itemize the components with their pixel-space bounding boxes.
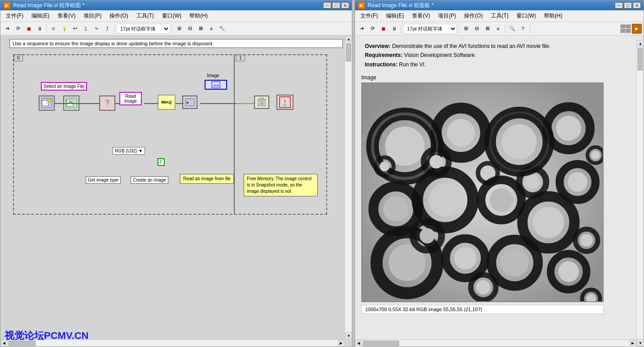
font-selector-right[interactable]: 17pt 对话框字体 xyxy=(403,24,457,34)
wire-3 xyxy=(144,103,158,104)
right-window-icon: ▶ xyxy=(358,2,365,9)
select-image-file-label: Select an Image File xyxy=(41,82,87,91)
node-after-imaq[interactable]: ▶ xyxy=(182,95,197,109)
left-window-controls: ─ □ ✕ xyxy=(323,2,349,9)
menu-view-left[interactable]: 查看(V) xyxy=(54,11,79,21)
run-arrow-btn[interactable]: ➜ xyxy=(2,24,12,34)
left-vscrollbar[interactable]: ▲ ▼ xyxy=(345,35,352,339)
menu-tools-right[interactable]: 工具(T) xyxy=(487,11,512,21)
step-into-btn[interactable]: ⤵ xyxy=(81,24,91,34)
svg-text:▶: ▶ xyxy=(360,4,363,8)
menu-edit-right[interactable]: 编辑(E) xyxy=(382,11,407,21)
svg-text:err: err xyxy=(283,104,287,107)
right-hscroll-left[interactable]: ◀ xyxy=(355,340,362,347)
vscroll-thumb[interactable] xyxy=(346,43,351,61)
right-minimize-btn[interactable]: ─ xyxy=(615,2,623,9)
wire-2 xyxy=(115,103,120,104)
left-menubar: 文件(F) 编辑(E) 查看(V) 项目(P) 操作(O) 工具(T) 窗口(W… xyxy=(0,10,352,22)
right-order-btn[interactable]: ≡ xyxy=(493,24,503,34)
right-hscroll-thumb[interactable] xyxy=(363,341,399,346)
step-over-btn[interactable]: ⤷ xyxy=(92,24,101,34)
svg-text:▶: ▶ xyxy=(5,4,9,8)
left-window: ▶ Read Image File.vi 程序框图 * ─ □ ✕ 文件(F) … xyxy=(0,0,352,347)
right-toolbar-extra: ▶ xyxy=(620,24,642,34)
pause-btn[interactable]: ⏸ xyxy=(35,24,44,34)
close-button[interactable]: ✕ xyxy=(341,2,349,9)
zoom-in-btn[interactable]: 🔍 xyxy=(507,24,517,34)
right-vscrollbar[interactable]: ▲ ▼ xyxy=(636,40,644,347)
clean-btn[interactable]: 🔧 xyxy=(217,24,227,34)
image-display xyxy=(361,82,604,302)
menu-window-left[interactable]: 窗口(W) xyxy=(158,11,185,21)
right-pause-btn[interactable]: ⏸ xyxy=(389,24,399,34)
debug-btn[interactable]: ⊙ xyxy=(48,24,58,34)
right-restore-btn[interactable]: □ xyxy=(624,2,632,9)
wire-5 xyxy=(200,103,236,104)
right-dist-btn[interactable]: ⊟ xyxy=(472,24,482,34)
frame-step-tab-1: 1 xyxy=(236,55,245,61)
menu-window-right[interactable]: 窗口(W) xyxy=(513,11,539,21)
right-resize-btn[interactable]: ⊠ xyxy=(482,24,492,34)
right-scroll-up[interactable]: ▲ xyxy=(637,40,644,47)
rgb-dropdown[interactable]: RGB (U32) ▼ xyxy=(113,147,145,155)
align-btn[interactable]: ⊞ xyxy=(174,24,184,34)
menu-tools-left[interactable]: 工具(T) xyxy=(133,11,158,21)
abort-btn[interactable]: ⏹ xyxy=(24,24,34,34)
font-selector-left[interactable]: 17pt 对话框字体 xyxy=(116,24,170,34)
svg-rect-5 xyxy=(47,99,51,102)
menu-view-right[interactable]: 查看(V) xyxy=(408,11,434,21)
watermark: 视觉论坛PCMV.CN xyxy=(4,329,88,343)
right-hscroll-right[interactable]: ▶ xyxy=(629,340,636,347)
right-scroll-down[interactable]: ▼ xyxy=(637,339,644,347)
right-close-btn[interactable]: ✕ xyxy=(633,2,641,9)
dispose-node[interactable] xyxy=(254,95,269,109)
left-toolbar: ➜ ⟳ ⏹ ⏸ ⊙ 💡 ↩ ⤵ ⤷ ⤴ 17pt 对话框字体 ⊞ ⊟ ⊠ ≡ 🔧 xyxy=(0,22,352,35)
right-abort-btn[interactable]: ⏹ xyxy=(378,24,388,34)
overview-text: Demonstrate the use of the AVI functions… xyxy=(390,43,550,49)
sep3 xyxy=(172,24,172,33)
highlight-btn[interactable]: 💡 xyxy=(59,24,69,34)
resize-btn[interactable]: ⊠ xyxy=(196,24,206,34)
menu-edit-left[interactable]: 编辑(E) xyxy=(28,11,53,21)
error-node[interactable]: ! err xyxy=(276,95,294,110)
run-continuous-btn[interactable]: ⟳ xyxy=(13,24,23,34)
left-window-icon: ▶ xyxy=(3,2,10,9)
menu-file-right[interactable]: 文件(F) xyxy=(357,11,381,21)
svg-point-34 xyxy=(383,196,408,221)
menu-operate-right[interactable]: 操作(O) xyxy=(460,11,486,21)
step-out-btn[interactable]: ⤴ xyxy=(102,24,112,34)
menu-file-left[interactable]: 文件(F) xyxy=(2,11,27,21)
menu-project-left[interactable]: 项目(P) xyxy=(80,11,105,21)
scroll-up-btn[interactable]: ▲ xyxy=(345,35,352,43)
scroll-down-btn[interactable]: ▼ xyxy=(345,332,352,339)
svg-point-36 xyxy=(429,183,462,217)
right-titlebar: ▶ Read Image File.vi 前面板 * ─ □ ✕ xyxy=(355,0,644,10)
menu-help-right[interactable]: 帮助(H) xyxy=(540,11,566,21)
imaq-node[interactable]: IMAQ xyxy=(158,95,175,110)
right-vscroll-thumb[interactable] xyxy=(638,48,643,70)
warning-text: Use a sequence to ensure the image displ… xyxy=(13,41,214,46)
right-align-btn[interactable]: ⊞ xyxy=(461,24,471,34)
menu-project-right[interactable]: 项目(P) xyxy=(434,11,460,21)
retain-btn[interactable]: ↩ xyxy=(70,24,80,34)
dist-btn[interactable]: ⊟ xyxy=(185,24,195,34)
overview-label: Overview: xyxy=(365,43,390,49)
right-run-btn[interactable]: ➜ xyxy=(357,24,367,34)
right-run-cont-btn[interactable]: ⟳ xyxy=(368,24,377,34)
zoom-out-btn[interactable]: ? xyxy=(518,24,528,34)
question-node[interactable]: ? xyxy=(99,95,115,111)
right-toolbar: ➜ ⟳ ⏹ ⏸ 17pt 对话框字体 ⊞ ⊟ ⊠ ≡ 🔍 ? ▶ xyxy=(355,22,644,35)
menu-operate-left[interactable]: 操作(O) xyxy=(106,11,131,21)
restore-button[interactable]: □ xyxy=(332,2,340,9)
menu-help-left[interactable]: 帮助(H) xyxy=(186,11,211,21)
hscroll-right-btn[interactable]: ▶ xyxy=(337,340,345,347)
minimize-button[interactable]: ─ xyxy=(323,2,331,9)
image-node-label: Image xyxy=(207,73,219,78)
svg-point-48 xyxy=(558,261,579,282)
reorder-btn[interactable]: ≡ xyxy=(206,24,216,34)
right-hscrollbar[interactable]: ◀ ▶ xyxy=(355,339,636,347)
read-image-node[interactable]: ReadImage xyxy=(119,92,142,105)
svg-rect-12 xyxy=(260,98,263,100)
file-dialog-node[interactable]: ..../ xyxy=(39,95,55,111)
run-arrow-right[interactable]: ▶ xyxy=(632,24,642,34)
